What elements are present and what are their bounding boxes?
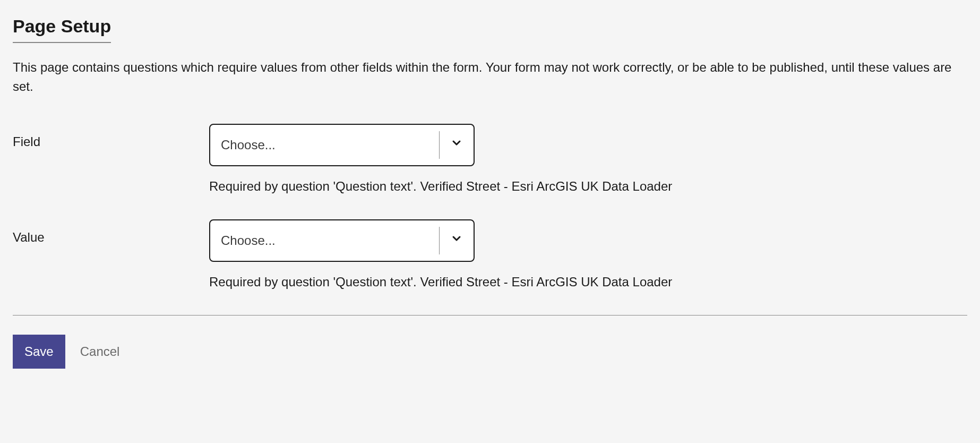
value-select[interactable]: Choose... [209,219,475,262]
button-row: Save Cancel [13,335,967,369]
form-row-field: Field Choose... Required by question 'Qu… [13,124,967,196]
field-select-placeholder: Choose... [221,135,276,155]
field-label: Field [13,124,209,151]
select-divider [439,131,440,159]
chevron-down-icon [450,231,463,250]
page-title: Page Setup [13,13,111,43]
field-select[interactable]: Choose... [209,124,475,166]
page-description: This page contains questions which requi… [13,58,958,96]
cancel-button[interactable]: Cancel [80,344,120,359]
value-help-text: Required by question 'Question text'. Ve… [209,272,967,292]
divider [13,315,967,316]
value-label: Value [13,219,209,247]
value-select-placeholder: Choose... [221,231,276,250]
save-button[interactable]: Save [13,335,65,369]
chevron-down-icon [450,135,463,155]
form-row-value: Value Choose... Required by question 'Qu… [13,219,967,292]
field-help-text: Required by question 'Question text'. Ve… [209,177,967,196]
select-divider [439,227,440,254]
